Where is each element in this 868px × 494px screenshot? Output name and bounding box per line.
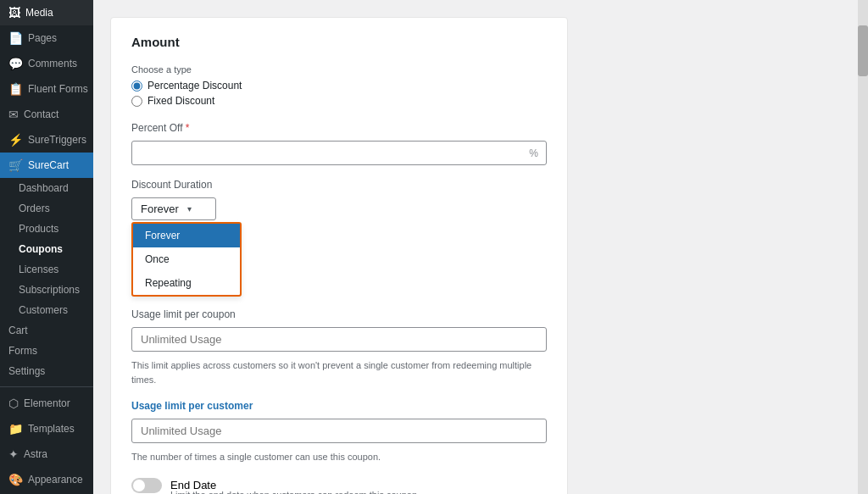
usage-per-customer-label: Usage limit per customer — [131, 400, 547, 412]
end-date-field: End Date Limit the end date when custome… — [131, 478, 547, 495]
sidebar-item-pages[interactable]: 📄 Pages — [0, 25, 93, 51]
fluent-forms-icon: 📋 — [8, 82, 23, 96]
amount-card: Amount Choose a type Percentage Discount… — [110, 17, 568, 494]
sidebar-sub-coupons[interactable]: Coupons — [0, 239, 93, 259]
sidebar-sub-forms[interactable]: Forms — [0, 341, 93, 361]
sidebar-item-label: SureTriggers — [28, 134, 86, 146]
required-asterisk: * — [186, 122, 190, 134]
scrollbar-thumb[interactable] — [858, 25, 868, 76]
sidebar-sub-cart[interactable]: Cart — [0, 320, 93, 341]
end-date-helper: Limit the end date when customers can re… — [131, 488, 547, 495]
sidebar-sub-licenses[interactable]: Licenses — [0, 259, 93, 280]
sidebar-sub-products[interactable]: Products — [0, 219, 93, 239]
sidebar-item-elementor[interactable]: ⬡ Elementor — [0, 391, 93, 416]
sidebar-sub-subscriptions[interactable]: Subscriptions — [0, 280, 93, 300]
sidebar-item-label: Pages — [28, 32, 57, 44]
percent-off-label: Percent Off * — [131, 122, 547, 134]
sidebar-item-media[interactable]: 🖼 Media — [0, 0, 93, 25]
pages-icon: 📄 — [8, 31, 23, 45]
usage-limit-input[interactable] — [131, 327, 547, 352]
radio-fixed-input[interactable] — [131, 96, 142, 107]
sidebar-sub-settings[interactable]: Settings — [0, 361, 93, 381]
sidebar: 🖼 Media 📄 Pages 💬 Comments 📋 Fluent Form… — [0, 0, 93, 494]
main-content: Amount Choose a type Percentage Discount… — [93, 0, 858, 494]
sidebar-item-comments[interactable]: 💬 Comments — [0, 51, 93, 76]
usage-per-customer-field: Usage limit per customer The number of t… — [131, 400, 547, 464]
usage-per-customer-helper: The number of times a single customer ca… — [131, 450, 547, 464]
choose-type-label: Choose a type — [131, 64, 547, 75]
sidebar-item-suretriggers[interactable]: ⚡ SureTriggers — [0, 127, 93, 153]
comments-icon: 💬 — [8, 57, 23, 70]
sidebar-item-label: Media — [25, 7, 53, 19]
discount-duration-field: Discount Duration Forever ▾ Forever Once… — [131, 179, 547, 234]
elementor-icon: ⬡ — [8, 397, 19, 410]
sidebar-item-fluent-forms[interactable]: 📋 Fluent Forms — [0, 76, 93, 102]
scrollbar-track[interactable] — [858, 0, 868, 494]
sidebar-sub-dashboard[interactable]: Dashboard — [0, 178, 93, 198]
sidebar-item-label: Fluent Forms — [28, 83, 88, 95]
toggle-knob — [133, 480, 145, 491]
dropdown-item-once[interactable]: Once — [133, 247, 240, 271]
discount-duration-select-wrapper: Forever ▾ Forever Once Repeating — [131, 197, 216, 220]
sidebar-item-contact[interactable]: ✉ Contact — [0, 102, 93, 127]
radio-percentage-label: Percentage Discount — [147, 80, 242, 92]
select-value: Forever — [141, 203, 179, 215]
percent-off-field: Percent Off * % — [131, 122, 547, 165]
radio-percentage[interactable]: Percentage Discount — [131, 80, 547, 92]
sidebar-item-label: Templates — [28, 423, 75, 435]
suretriggers-icon: ⚡ — [8, 133, 23, 147]
templates-icon: 📁 — [8, 422, 23, 436]
end-date-toggle[interactable] — [131, 478, 162, 493]
surecart-icon: 🛒 — [8, 158, 23, 172]
sidebar-item-templates[interactable]: 📁 Templates — [0, 416, 93, 441]
sidebar-item-label: Elementor — [24, 397, 70, 409]
discount-duration-select[interactable]: Forever ▾ — [131, 197, 216, 220]
radio-percentage-input[interactable] — [131, 80, 142, 92]
percent-suffix: % — [529, 147, 538, 159]
usage-limit-helper: This limit applies across customers so i… — [131, 358, 547, 386]
sidebar-sub-orders[interactable]: Orders — [0, 198, 93, 219]
chevron-down-icon: ▾ — [187, 204, 192, 214]
astra-icon: ✦ — [8, 447, 19, 461]
sidebar-item-label: Astra — [24, 448, 47, 460]
radio-fixed[interactable]: Fixed Discount — [131, 95, 547, 107]
choose-type-group: Choose a type Percentage Discount Fixed … — [131, 64, 547, 107]
usage-limit-label: Usage limit per coupon — [131, 308, 547, 320]
sidebar-item-appearance[interactable]: 🎨 Appearance — [0, 467, 93, 492]
sidebar-item-label: Contact — [24, 108, 58, 120]
discount-duration-label: Discount Duration — [131, 179, 547, 191]
appearance-icon: 🎨 — [8, 473, 23, 486]
dropdown-item-repeating[interactable]: Repeating — [133, 271, 240, 295]
sidebar-sub-customers[interactable]: Customers — [0, 300, 93, 320]
sidebar-item-label: SureCart — [28, 159, 69, 171]
usage-limit-field: Usage limit per coupon This limit applie… — [131, 308, 547, 386]
sidebar-item-surecart[interactable]: 🛒 SureCart — [0, 153, 93, 178]
sidebar-item-label: Comments — [28, 58, 77, 69]
sidebar-item-label: Appearance — [28, 474, 83, 486]
usage-per-customer-input[interactable] — [131, 419, 547, 443]
radio-fixed-label: Fixed Discount — [147, 95, 214, 107]
dropdown-item-forever[interactable]: Forever — [133, 224, 240, 247]
percent-off-input[interactable] — [131, 141, 547, 165]
contact-icon: ✉ — [8, 108, 19, 121]
sidebar-item-astra[interactable]: ✦ Astra — [0, 441, 93, 467]
percent-off-input-wrapper: % — [131, 141, 547, 165]
media-icon: 🖼 — [8, 6, 20, 19]
discount-duration-dropdown: Forever Once Repeating — [131, 222, 242, 297]
section-title: Amount — [131, 35, 547, 49]
